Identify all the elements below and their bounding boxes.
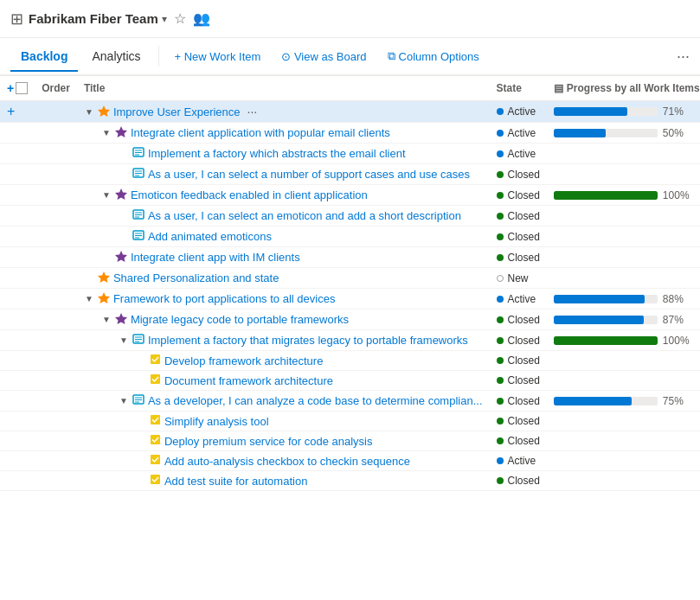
state-label: Closed — [508, 354, 540, 367]
row-controls-cell — [0, 247, 35, 268]
progress-percentage: 75% — [663, 395, 693, 407]
state-dot-icon — [497, 477, 504, 484]
row-progress-cell — [547, 227, 700, 247]
state-dot-icon — [497, 150, 504, 157]
table-row: ▼Emoticon feedback enabled in client app… — [0, 185, 700, 206]
task-icon — [150, 373, 161, 387]
add-icon[interactable]: + — [7, 81, 14, 95]
row-progress-cell — [547, 412, 700, 431]
team-chevron-icon[interactable]: ▾ — [162, 13, 167, 25]
status-badge: Closed — [497, 395, 540, 407]
expand-icon[interactable]: ▼ — [101, 190, 112, 200]
row-title-text[interactable]: Develop framework architecture — [164, 354, 324, 367]
row-controls-cell — [0, 123, 35, 144]
row-title-text[interactable]: As a user, I can select a number of supp… — [148, 168, 470, 181]
column-options-label: Column Options — [399, 50, 479, 63]
row-progress-cell — [547, 471, 700, 491]
status-badge: Active — [497, 148, 540, 160]
checkbox-icon[interactable] — [16, 82, 28, 94]
new-work-item-button[interactable]: + New Work Item — [166, 47, 270, 67]
svg-marker-20 — [98, 271, 110, 283]
row-title-cell: ▼Framework to port applications to all d… — [77, 289, 490, 310]
state-dot-icon — [497, 108, 504, 115]
th-order: Order — [35, 76, 77, 101]
expand-icon[interactable]: ▼ — [84, 107, 94, 117]
row-title-text[interactable]: Implement a factory which abstracts the … — [148, 147, 406, 160]
expand-icon[interactable]: ▼ — [101, 128, 112, 137]
row-title-text[interactable]: Add animated emoticons — [148, 230, 272, 243]
state-label: Closed — [508, 415, 540, 427]
state-label: Closed — [508, 252, 540, 264]
progress-bar-container: 75% — [554, 395, 700, 407]
table-row: As a user, I can select an emoticon and … — [0, 206, 700, 227]
star-icon[interactable]: ☆ — [174, 10, 186, 27]
row-title-text[interactable]: Framework to port applications to all de… — [113, 292, 336, 305]
progress-bar-bg — [554, 129, 658, 137]
row-title-text[interactable]: Document framework architecture — [164, 374, 333, 387]
row-title-text[interactable]: Integrate client application with popula… — [131, 126, 390, 139]
row-title-text[interactable]: As a developer, I can analyze a code bas… — [148, 394, 483, 407]
progress-bar-container: 50% — [554, 127, 700, 139]
row-state-cell: Closed — [490, 351, 547, 371]
row-progress-cell: 71% — [547, 101, 700, 123]
state-dot-icon — [497, 254, 504, 261]
people-icon[interactable]: 👥 — [193, 10, 210, 27]
tab-analytics[interactable]: Analytics — [81, 42, 151, 72]
row-title-text[interactable]: Implement a factory that migrates legacy… — [148, 334, 468, 347]
row-order-cell — [35, 431, 77, 451]
row-title-text[interactable]: Migrate legacy code to portable framewor… — [131, 313, 349, 326]
progress-bar-bg — [554, 336, 658, 345]
row-controls-cell — [0, 471, 35, 491]
row-state-cell: Active — [490, 123, 547, 144]
row-title-cell: ▼Emoticon feedback enabled in client app… — [77, 185, 490, 206]
row-title-cell: As a user, I can select an emoticon and … — [77, 206, 490, 227]
svg-marker-10 — [115, 188, 127, 200]
expand-icon[interactable]: ▼ — [119, 335, 129, 345]
row-title-cell: ▼Improve User Experience··· — [77, 101, 490, 123]
status-badge: Active — [497, 293, 540, 305]
row-title-text[interactable]: Shared Personalization and state — [113, 271, 279, 284]
row-title-text[interactable]: As a user, I can select an emoticon and … — [148, 209, 461, 222]
progress-bar-fill — [554, 397, 632, 405]
expand-icon[interactable]: ▼ — [84, 294, 94, 303]
table-row: ▼Integrate client application with popul… — [0, 123, 700, 144]
row-title-cell: ▼Integrate client application with popul… — [77, 123, 490, 144]
task-icon — [150, 434, 161, 448]
table-row: +▼Improve User Experience···Active71% — [0, 101, 700, 123]
row-progress-cell — [547, 268, 700, 289]
add-row-button[interactable]: + — [7, 104, 15, 119]
more-options-button[interactable]: ··· — [677, 48, 690, 66]
row-title-text[interactable]: Improve User Experience — [113, 105, 241, 118]
feature-icon — [115, 188, 127, 202]
row-title-cell: ▼As a developer, I can analyze a code ba… — [77, 391, 490, 412]
row-title-text[interactable]: Add test suite for automation — [164, 475, 307, 488]
tab-backlog[interactable]: Backlog — [10, 42, 78, 72]
row-title-cell: Add auto-analysis checkbox to checkin se… — [77, 451, 490, 471]
view-as-board-button[interactable]: ⊙ View as Board — [273, 47, 375, 67]
row-more-button[interactable]: ··· — [244, 105, 261, 118]
expand-icon[interactable]: ▼ — [101, 315, 112, 324]
column-options-button[interactable]: ⧉ Column Options — [379, 46, 488, 67]
story-icon — [132, 229, 144, 244]
progress-bar-container: 88% — [554, 293, 700, 305]
table-row: Add test suite for automationClosed — [0, 471, 700, 491]
row-title-text[interactable]: Deploy premium service for code analysis — [164, 435, 373, 448]
row-order-cell — [35, 123, 77, 144]
progress-bar-bg — [554, 316, 658, 324]
table-row: ▼Migrate legacy code to portable framewo… — [0, 310, 700, 330]
table-row: Add animated emoticonsClosed — [0, 227, 700, 247]
row-controls-cell — [0, 289, 35, 310]
state-label: Active — [508, 293, 536, 305]
row-title-text[interactable]: Emoticon feedback enabled in client appl… — [131, 188, 368, 201]
table-row: Shared Personalization and stateNew — [0, 268, 700, 289]
state-dot-icon — [497, 377, 504, 384]
row-title-text[interactable]: Simplify analysis tool — [164, 415, 269, 428]
table-row: Deploy premium service for code analysis… — [0, 431, 700, 451]
row-title-text[interactable]: Add auto-analysis checkbox to checkin se… — [164, 455, 410, 468]
row-state-cell: Closed — [490, 391, 547, 412]
feature-icon — [115, 250, 127, 265]
expand-icon[interactable]: ▼ — [119, 396, 129, 405]
state-dot-icon — [497, 275, 504, 282]
row-title-text[interactable]: Integrate client app with IM clients — [131, 251, 300, 264]
row-state-cell: Active — [490, 289, 547, 310]
